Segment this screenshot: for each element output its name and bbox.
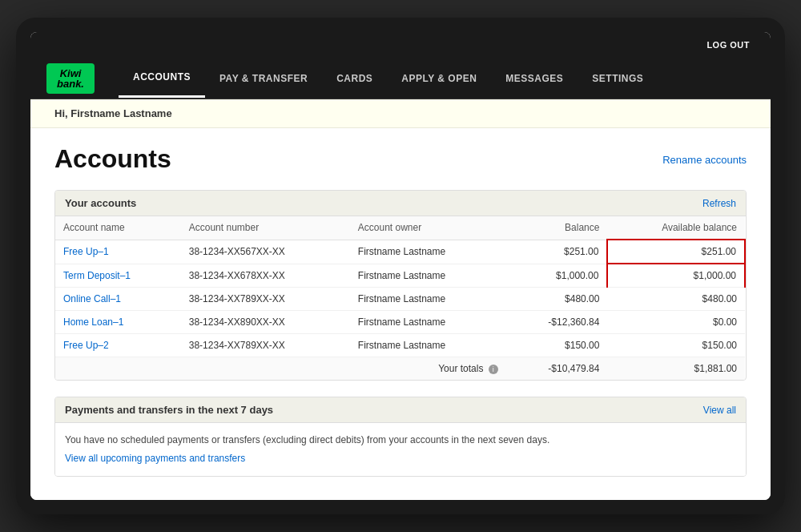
account-name-cell: Free Up–2 bbox=[55, 334, 181, 357]
main-nav: ACCOUNTS PAY & TRANSFER CARDS APPLY & OP… bbox=[119, 58, 755, 98]
available-balance-cell-highlighted: $251.00 bbox=[607, 240, 745, 264]
nav-item-settings[interactable]: SETTINGS bbox=[578, 60, 658, 97]
col-header-account-name: Account name bbox=[55, 216, 181, 240]
greeting-text: Hi, Firstname Lastname bbox=[54, 107, 172, 119]
nav-item-cards[interactable]: CARDS bbox=[322, 60, 387, 97]
payments-section-header: Payments and transfers in the next 7 day… bbox=[55, 397, 746, 423]
account-link-freeup2[interactable]: Free Up–2 bbox=[63, 340, 109, 351]
totals-available: $1,881.00 bbox=[607, 357, 745, 381]
payments-section: Payments and transfers in the next 7 day… bbox=[54, 397, 747, 477]
accounts-table: Account name Account number Account owne… bbox=[55, 216, 746, 380]
col-header-account-number: Account number bbox=[181, 216, 350, 240]
balance-cell: $480.00 bbox=[506, 288, 608, 311]
balance-cell-negative: -$12,360.84 bbox=[506, 311, 608, 334]
nav-item-accounts[interactable]: ACCOUNTS bbox=[119, 58, 205, 98]
available-balance-cell: $480.00 bbox=[607, 288, 745, 311]
col-header-account-owner: Account owner bbox=[350, 216, 506, 240]
main-content: Hi, Firstname Lastname Accounts Rename a… bbox=[30, 99, 771, 500]
balance-cell: $251.00 bbox=[506, 240, 608, 264]
table-row: Term Deposit–1 38-1234-XX678XX-XX Firstn… bbox=[55, 264, 745, 288]
table-row: Home Loan–1 38-1234-XX890XX-XX Firstname… bbox=[55, 311, 745, 334]
col-header-balance: Balance bbox=[506, 216, 608, 240]
view-all-link[interactable]: View all bbox=[703, 405, 736, 416]
logo-line2: bank. bbox=[57, 79, 84, 89]
account-link-homeloan1[interactable]: Home Loan–1 bbox=[63, 316, 123, 328]
accounts-section: Your accounts Refresh Account name Accou… bbox=[54, 190, 747, 381]
table-row: Free Up–2 38-1234-XX789XX-XX Firstname L… bbox=[55, 334, 745, 357]
info-icon[interactable]: i bbox=[489, 365, 498, 374]
totals-label: Your totals i bbox=[55, 357, 506, 381]
top-bar: LOG OUT bbox=[30, 32, 771, 58]
logo: Kiwi bank. bbox=[46, 63, 95, 94]
page-title: Accounts bbox=[54, 144, 171, 174]
account-number-cell: 38-1234-XX789XX-XX bbox=[181, 288, 350, 311]
account-owner-cell: Firstname Lastname bbox=[350, 334, 506, 357]
table-header-row: Account name Account number Account owne… bbox=[55, 216, 745, 240]
account-number-cell: 38-1234-XX890XX-XX bbox=[181, 311, 350, 334]
account-name-cell: Term Deposit–1 bbox=[55, 264, 181, 288]
available-balance-cell: $150.00 bbox=[607, 334, 745, 357]
available-balance-cell-highlighted: $1,000.00 bbox=[607, 264, 745, 288]
table-row: Online Call–1 38-1234-XX789XX-XX Firstna… bbox=[55, 288, 745, 311]
account-name-cell: Online Call–1 bbox=[55, 288, 181, 311]
payments-link[interactable]: View all upcoming payments and transfers bbox=[65, 451, 736, 466]
logo-line1: Kiwi bbox=[60, 68, 82, 79]
account-link-termdeposit1[interactable]: Term Deposit–1 bbox=[63, 270, 131, 281]
totals-balance: -$10,479.84 bbox=[506, 357, 608, 381]
nav-item-messages[interactable]: MESSAGES bbox=[491, 60, 578, 97]
account-owner-cell: Firstname Lastname bbox=[350, 264, 506, 288]
rename-accounts-link[interactable]: Rename accounts bbox=[662, 154, 747, 166]
account-name-cell: Home Loan–1 bbox=[55, 311, 181, 334]
nav-bar: Kiwi bank. ACCOUNTS PAY & TRANSFER CARDS… bbox=[30, 58, 771, 99]
account-link-freeup1[interactable]: Free Up–1 bbox=[63, 246, 109, 257]
col-header-available-balance: Available balance bbox=[607, 216, 745, 240]
nav-item-pay-transfer[interactable]: PAY & TRANSFER bbox=[205, 60, 322, 97]
accounts-section-title: Your accounts bbox=[65, 197, 136, 209]
account-owner-cell: Firstname Lastname bbox=[350, 240, 506, 264]
nav-item-apply-open[interactable]: APPLY & OPEN bbox=[387, 60, 491, 97]
payments-body: You have no scheduled payments or transf… bbox=[55, 423, 746, 476]
account-number-cell: 38-1234-XX678XX-XX bbox=[181, 264, 350, 288]
account-owner-cell: Firstname Lastname bbox=[350, 311, 506, 334]
payments-body-text: You have no scheduled payments or transf… bbox=[65, 434, 549, 445]
payments-section-title: Payments and transfers in the next 7 day… bbox=[65, 404, 273, 416]
account-number-cell: 38-1234-XX789XX-XX bbox=[181, 334, 350, 357]
account-number-cell: 38-1234-XX567XX-XX bbox=[181, 240, 350, 264]
available-balance-cell: $0.00 bbox=[607, 311, 745, 334]
table-row: Free Up–1 38-1234-XX567XX-XX Firstname L… bbox=[55, 240, 745, 264]
account-owner-cell: Firstname Lastname bbox=[350, 288, 506, 311]
account-name-cell: Free Up–1 bbox=[55, 240, 181, 264]
account-link-onlinecall1[interactable]: Online Call–1 bbox=[63, 293, 121, 304]
logout-button[interactable]: LOG OUT bbox=[702, 38, 755, 51]
accounts-section-header: Your accounts Refresh bbox=[55, 191, 746, 216]
content-area: Accounts Rename accounts Your accounts R… bbox=[30, 128, 771, 500]
tablet-screen: LOG OUT Kiwi bank. ACCOUNTS PAY & TRANSF… bbox=[30, 32, 771, 500]
refresh-link[interactable]: Refresh bbox=[702, 198, 736, 209]
page-header: Accounts Rename accounts bbox=[54, 144, 747, 174]
greeting-bar: Hi, Firstname Lastname bbox=[30, 99, 771, 128]
tablet-frame: LOG OUT Kiwi bank. ACCOUNTS PAY & TRANSF… bbox=[16, 18, 785, 514]
balance-cell: $1,000.00 bbox=[506, 264, 608, 288]
totals-row: Your totals i -$10,479.84 $1,881.00 bbox=[55, 357, 745, 381]
balance-cell: $150.00 bbox=[506, 334, 608, 357]
